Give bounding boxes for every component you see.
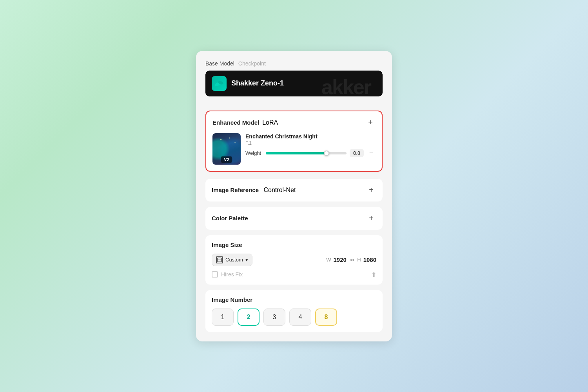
enhanced-model-title: Enhanced Model [212,119,259,126]
base-model-icon [212,76,227,91]
base-model-title: Base Model [205,60,234,67]
size-preset-button[interactable]: Custom ▾ [212,254,252,266]
base-model-card[interactable]: Shakker Zeno-1 akker [205,71,383,103]
slider-fill [266,152,327,154]
lora-v2-badge: V2 [221,156,232,163]
h-value: 1080 [363,256,376,263]
number-btn-1[interactable]: 1 [212,309,234,326]
slider-thumb [324,151,329,156]
number-btn-3[interactable]: 3 [263,309,285,326]
size-preset-chevron: ▾ [245,257,248,263]
base-model-label: Base Model Checkpoint [205,60,383,67]
add-color-palette-button[interactable]: + [366,213,376,223]
image-size-section: Image Size Custom ▾ W 1920 ∞ H 1080 Hire… [205,235,383,285]
base-model-watermark: akker [321,75,371,99]
base-model-name: Shakker Zeno-1 [231,79,284,87]
image-reference-sub-label: Control-Net [264,187,296,193]
w-label: W [326,257,331,263]
hires-left: Hires Fix [212,271,243,278]
remove-lora-button[interactable]: − [367,149,376,158]
lora-version: F.1 [245,140,376,146]
image-reference-header-left: Image Reference Control-Net [212,187,296,194]
main-panel: Base Model Checkpoint Shakker Zeno-1 akk… [196,51,392,341]
w-value: 1920 [333,256,346,263]
enhanced-model-header-left: Enhanced Model LoRA [212,119,278,126]
color-palette-section: Color Palette + [205,207,383,230]
hires-icon: ⬆ [371,271,376,278]
image-number-section: Image Number 12348 [205,290,383,332]
add-lora-button[interactable]: + [365,118,376,128]
lora-thumbnail: V2 [212,133,241,165]
weight-value: 0.8 [350,149,364,157]
image-reference-section: Image Reference Control-Net + [205,179,383,201]
size-preset-label: Custom [225,257,243,263]
number-btn-4[interactable]: 4 [289,309,311,326]
weight-label: Weight [245,150,263,156]
hires-checkbox[interactable] [212,271,218,278]
number-options: 12348 [212,309,376,326]
image-number-title: Image Number [212,296,376,303]
image-size-row: Custom ▾ W 1920 ∞ H 1080 [212,254,376,266]
hires-label: Hires Fix [221,271,243,278]
number-btn-8[interactable]: 8 [315,309,337,326]
color-palette-title: Color Palette [212,215,248,221]
link-icon: ∞ [349,256,355,263]
image-size-title: Image Size [212,241,376,248]
hires-row: Hires Fix ⬆ [212,271,376,278]
weight-row: Weight 0.8 − [245,149,376,158]
weight-slider[interactable] [266,152,347,154]
enhanced-model-header: Enhanced Model LoRA + [212,118,376,128]
image-reference-title: Image Reference [212,187,259,193]
enhanced-model-sub-label: LoRA [262,119,278,126]
h-label: H [357,257,361,263]
size-preset-icon [216,256,223,263]
add-image-reference-button[interactable]: + [366,185,376,195]
number-btn-2[interactable]: 2 [238,309,260,326]
slider-track [266,152,347,154]
enhanced-model-section: Enhanced Model LoRA + V2 Enchanted Chris… [205,111,383,172]
size-dim-group: W 1920 ∞ H 1080 [326,256,376,263]
lora-item: V2 Enchanted Christmas Night F.1 Weight … [212,133,376,165]
base-model-sub-label: Checkpoint [238,60,266,67]
lora-name: Enchanted Christmas Night [245,133,376,140]
lora-info: Enchanted Christmas Night F.1 Weight 0.8… [245,133,376,158]
